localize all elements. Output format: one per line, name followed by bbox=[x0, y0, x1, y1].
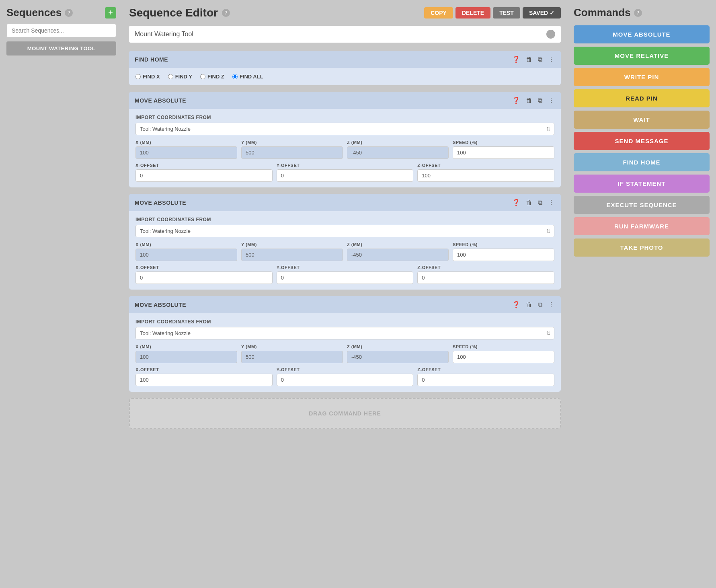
find-home-command-button[interactable]: FIND HOME bbox=[574, 153, 710, 171]
z-input-2[interactable] bbox=[347, 249, 449, 261]
y-field-2: Y (MM) bbox=[241, 242, 343, 261]
find-z-option[interactable]: FIND Z bbox=[200, 74, 224, 80]
y-offset-input-3[interactable] bbox=[277, 374, 414, 386]
find-y-option[interactable]: FIND Y bbox=[168, 74, 192, 80]
move-relative-command-button[interactable]: MOVE RELATIVE bbox=[574, 47, 710, 65]
import-select-1[interactable]: Tool: Watering Nozzle bbox=[135, 123, 554, 135]
move-abs-2-copy-button[interactable]: ⧉ bbox=[537, 198, 543, 207]
z-label-2: Z (MM) bbox=[347, 242, 449, 247]
import-select-2[interactable]: Tool: Watering Nozzle bbox=[135, 225, 554, 237]
find-x-option[interactable]: FIND X bbox=[135, 74, 160, 80]
y-input-1[interactable] bbox=[241, 146, 343, 159]
move-abs-3-help-button[interactable]: ❓ bbox=[511, 300, 521, 309]
x-label-1: X (MM) bbox=[135, 140, 237, 145]
sidebar-help-icon[interactable]: ? bbox=[65, 9, 73, 17]
import-select-wrap-2[interactable]: Tool: Watering Nozzle bbox=[135, 225, 554, 237]
z-offset-input-2[interactable] bbox=[417, 271, 554, 284]
z-offset-input-3[interactable] bbox=[417, 374, 554, 386]
x-field-1: X (MM) bbox=[135, 140, 237, 159]
speed-input-3[interactable] bbox=[453, 351, 554, 363]
x-offset-label-1: X-OFFSET bbox=[135, 163, 273, 168]
x-input-2[interactable] bbox=[135, 249, 237, 261]
test-button[interactable]: TEST bbox=[493, 7, 520, 19]
speed-field-3: SPEED (%) bbox=[453, 344, 554, 363]
move-absolute-block-3: MOVE ABSOLUTE ❓ 🗑 ⧉ ⋮ IMPORT COORDINATES… bbox=[129, 296, 561, 392]
move-absolute-1-body: IMPORT COORDINATES FROM Tool: Watering N… bbox=[129, 109, 561, 187]
import-select-wrap-3[interactable]: Tool: Watering Nozzle bbox=[135, 327, 554, 339]
import-select-3[interactable]: Tool: Watering Nozzle bbox=[135, 327, 554, 339]
find-home-menu-button[interactable]: ⋮ bbox=[547, 55, 555, 64]
send-message-command-button[interactable]: SEND MESSAGE bbox=[574, 132, 710, 150]
move-abs-3-menu-button[interactable]: ⋮ bbox=[547, 300, 555, 309]
y-label-2: Y (MM) bbox=[241, 242, 343, 247]
sidebar-title: Sequences bbox=[6, 6, 62, 19]
find-y-radio[interactable] bbox=[168, 74, 173, 79]
speed-label-1: SPEED (%) bbox=[453, 140, 554, 145]
write-pin-command-button[interactable]: WRITE PIN bbox=[574, 68, 710, 86]
import-label-3: IMPORT COORDINATES FROM bbox=[135, 319, 554, 325]
z-input-3[interactable] bbox=[347, 351, 449, 363]
x-offset-input-1[interactable] bbox=[135, 169, 273, 182]
commands-title: Commands bbox=[574, 6, 631, 19]
editor-help-icon[interactable]: ? bbox=[222, 9, 230, 17]
move-absolute-2-header: MOVE ABSOLUTE ❓ 🗑 ⧉ ⋮ bbox=[129, 194, 561, 211]
find-home-help-button[interactable]: ❓ bbox=[511, 55, 521, 64]
sidebar-header: Sequences ? + bbox=[6, 6, 116, 19]
search-input[interactable] bbox=[6, 24, 116, 37]
move-abs-1-help-button[interactable]: ❓ bbox=[511, 96, 521, 105]
find-home-copy-button[interactable]: ⧉ bbox=[537, 55, 543, 64]
move-absolute-block-2: MOVE ABSOLUTE ❓ 🗑 ⧉ ⋮ IMPORT COORDINATES… bbox=[129, 194, 561, 290]
if-statement-command-button[interactable]: IF STATEMENT bbox=[574, 175, 710, 193]
add-sequence-button[interactable]: + bbox=[105, 7, 116, 19]
color-picker-dot[interactable] bbox=[546, 30, 555, 39]
speed-input-1[interactable] bbox=[453, 146, 554, 159]
sequence-name-input[interactable] bbox=[135, 31, 546, 38]
move-abs-2-menu-button[interactable]: ⋮ bbox=[547, 198, 555, 207]
move-abs-1-menu-button[interactable]: ⋮ bbox=[547, 96, 555, 105]
x-offset-field-2: X-OFFSET bbox=[135, 265, 273, 284]
x-offset-field-1: X-OFFSET bbox=[135, 163, 273, 182]
sequence-item-mount-watering-tool[interactable]: MOUNT WATERING TOOL bbox=[6, 41, 116, 56]
speed-input-2[interactable] bbox=[453, 249, 554, 261]
find-home-delete-button[interactable]: 🗑 bbox=[525, 55, 533, 64]
z-field-2: Z (MM) bbox=[347, 242, 449, 261]
x-input-3[interactable] bbox=[135, 351, 237, 363]
move-abs-1-delete-button[interactable]: 🗑 bbox=[525, 96, 533, 105]
find-all-option[interactable]: FIND ALL bbox=[232, 74, 263, 80]
sidebar: Sequences ? + MOUNT WATERING TOOL bbox=[0, 0, 123, 588]
y-input-3[interactable] bbox=[241, 351, 343, 363]
run-farmware-command-button[interactable]: RUN FARMWARE bbox=[574, 217, 710, 235]
copy-button[interactable]: COPY bbox=[424, 7, 453, 19]
take-photo-command-button[interactable]: TAKE PHOTO bbox=[574, 238, 710, 257]
delete-button[interactable]: DELETE bbox=[455, 7, 490, 19]
z-label-3: Z (MM) bbox=[347, 344, 449, 349]
read-pin-command-button[interactable]: READ PIN bbox=[574, 89, 710, 107]
z-input-1[interactable] bbox=[347, 146, 449, 159]
find-home-body: FIND X FIND Y FIND Z FIND ALL bbox=[129, 68, 561, 85]
x-input-1[interactable] bbox=[135, 146, 237, 159]
move-absolute-command-button[interactable]: MOVE ABSOLUTE bbox=[574, 25, 710, 43]
find-all-radio[interactable] bbox=[232, 74, 238, 79]
move-abs-2-delete-button[interactable]: 🗑 bbox=[525, 198, 533, 207]
move-abs-2-help-button[interactable]: ❓ bbox=[511, 198, 521, 207]
commands-help-icon[interactable]: ? bbox=[634, 9, 642, 17]
find-z-radio[interactable] bbox=[200, 74, 205, 79]
y-offset-label-3: Y-OFFSET bbox=[277, 367, 414, 372]
x-field-2: X (MM) bbox=[135, 242, 237, 261]
y-offset-input-1[interactable] bbox=[277, 169, 414, 182]
y-offset-input-2[interactable] bbox=[277, 271, 414, 284]
saved-button[interactable]: SAVED ✓ bbox=[523, 7, 561, 19]
execute-sequence-command-button[interactable]: EXECUTE SEQUENCE bbox=[574, 196, 710, 214]
x-offset-input-2[interactable] bbox=[135, 271, 273, 284]
move-abs-3-copy-button[interactable]: ⧉ bbox=[537, 300, 543, 309]
move-abs-1-copy-button[interactable]: ⧉ bbox=[537, 96, 543, 105]
wait-command-button[interactable]: WAIT bbox=[574, 111, 710, 129]
y-input-2[interactable] bbox=[241, 249, 343, 261]
import-select-wrap-1[interactable]: Tool: Watering Nozzle bbox=[135, 123, 554, 135]
x-offset-label-3: X-OFFSET bbox=[135, 367, 273, 372]
drag-command-zone[interactable]: DRAG COMMAND HERE bbox=[129, 398, 561, 429]
x-offset-input-3[interactable] bbox=[135, 374, 273, 386]
find-x-radio[interactable] bbox=[135, 74, 141, 79]
move-abs-3-delete-button[interactable]: 🗑 bbox=[525, 300, 533, 309]
z-offset-input-1[interactable] bbox=[417, 169, 554, 182]
